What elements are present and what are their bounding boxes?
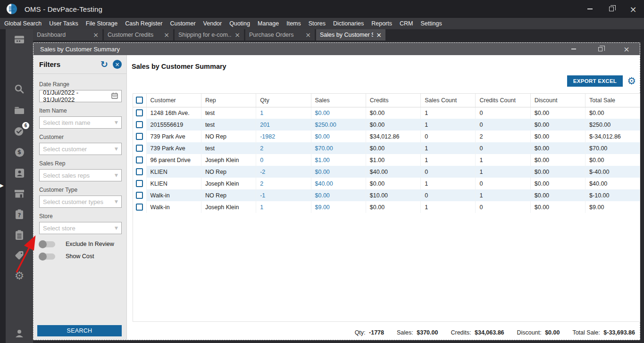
folder-icon[interactable] — [14, 105, 25, 116]
row-checkbox[interactable] — [136, 145, 143, 152]
tab-close-icon[interactable]: × — [305, 31, 311, 39]
table-row[interactable]: KLIENJoseph Klein2$40.00$0.0010$0.00$40.… — [133, 178, 640, 189]
rail-expander-icon[interactable]: ▶ — [0, 183, 4, 188]
store-icon[interactable] — [14, 188, 25, 199]
tab-dashboard[interactable]: Dashboard × — [33, 29, 102, 41]
menu-item-quoting[interactable]: Quoting — [226, 18, 254, 29]
date-range-input[interactable]: 01/Jul/2022 - 31/Jul/2022 — [39, 90, 122, 102]
menu-item-customer[interactable]: Customer — [166, 18, 199, 29]
cell-qty[interactable]: 1 — [256, 107, 311, 119]
cell-sales[interactable]: $250.00 — [311, 119, 366, 131]
tab-close-icon[interactable]: × — [164, 31, 169, 39]
dollar-icon[interactable]: $ — [14, 147, 25, 158]
table-row[interactable]: 739 Park Avetest2$70.00$0.0010$0.00$70.0… — [133, 142, 640, 154]
minimize-button[interactable] — [579, 0, 601, 18]
clipboard-list-icon[interactable] — [14, 229, 25, 241]
cell-sales[interactable]: $1.00 — [311, 154, 366, 166]
tab-sales-by-customer-s[interactable]: Sales by Customer S... × — [316, 29, 385, 41]
tab-purchase-orders[interactable]: Purchase Orders × — [245, 29, 315, 41]
calendar-icon[interactable] — [111, 92, 118, 100]
report-restore-button[interactable] — [587, 43, 613, 55]
row-checkbox[interactable] — [136, 133, 143, 140]
table-row[interactable]: Walk-inNO Rep-1$0.00$10.0001$0.00$-10.00 — [133, 189, 640, 201]
cell-qty[interactable]: 0 — [256, 154, 311, 166]
menu-item-vendor[interactable]: Vendor — [200, 18, 226, 29]
row-checkbox[interactable] — [136, 192, 143, 199]
cell-sales[interactable]: $0.00 — [311, 131, 366, 142]
menu-item-global-search[interactable]: Global Search — [0, 18, 45, 29]
contact-card-icon[interactable] — [14, 167, 25, 179]
cell-qty[interactable]: 2 — [256, 142, 311, 154]
column-header-qty[interactable]: Qty — [256, 94, 311, 107]
cell-qty[interactable]: 2 — [256, 178, 311, 189]
tasks-check-icon[interactable]: 6 — [14, 125, 25, 137]
table-row[interactable]: KLIENNO Rep-2$0.00$40.0001$0.00$-40.00 — [133, 166, 640, 178]
tab-close-icon[interactable]: × — [93, 31, 99, 39]
row-checkbox[interactable] — [136, 204, 143, 211]
cell-sales[interactable]: $0.00 — [311, 107, 366, 119]
cell-sales[interactable]: $9.00 — [311, 201, 366, 213]
menu-item-manage[interactable]: Manage — [254, 18, 283, 29]
report-minimize-button[interactable] — [560, 43, 587, 55]
cell-qty[interactable]: -2 — [256, 166, 311, 178]
menu-item-reports[interactable]: Reports — [368, 18, 396, 29]
menu-item-cash-register[interactable]: Cash Register — [121, 18, 166, 29]
refresh-icon[interactable]: ↻ — [100, 60, 108, 69]
column-header-sales-count[interactable]: Sales Count — [421, 94, 476, 107]
column-header-total-sale[interactable]: Total Sale — [585, 94, 640, 107]
table-row[interactable]: Walk-inJoseph Klein1$9.00$0.0010$0.00$9.… — [133, 201, 640, 213]
customer-type-select[interactable]: Select customer types ▼ — [39, 196, 122, 208]
cell-sales[interactable]: $40.00 — [311, 178, 366, 189]
row-checkbox[interactable] — [136, 109, 143, 116]
cell-qty[interactable]: 1 — [256, 201, 311, 213]
menu-item-items[interactable]: Items — [283, 18, 305, 29]
row-checkbox[interactable] — [136, 121, 143, 128]
table-row[interactable]: 96 parent DriveJoseph Klein0$1.00$1.0011… — [133, 154, 640, 166]
cell-sales[interactable]: $0.00 — [311, 189, 366, 201]
tab-shipping-for-e-com[interactable]: Shipping for e-com... × — [175, 29, 244, 41]
grid-settings-gear-icon[interactable]: ⚙ — [627, 76, 636, 86]
restore-button[interactable] — [601, 0, 622, 18]
table-row[interactable]: 1248 16th Ave.test1$0.00$0.0010$0.00$0.0… — [133, 107, 640, 119]
column-header-discount[interactable]: Discount — [530, 94, 585, 107]
cell-qty[interactable]: -1 — [256, 189, 311, 201]
menu-item-stores[interactable]: Stores — [305, 18, 329, 29]
exclude-in-review-toggle[interactable] — [39, 241, 55, 247]
item-name-select[interactable]: Select item name ▼ — [39, 116, 122, 129]
customer-select[interactable]: Select customer ▼ — [39, 143, 122, 155]
column-header-sales[interactable]: Sales — [311, 94, 366, 107]
menu-item-crm[interactable]: CRM — [396, 18, 417, 29]
report-close-button[interactable]: × — [613, 43, 640, 55]
column-header-credits[interactable]: Credits — [366, 94, 420, 107]
show-cost-toggle[interactable] — [39, 253, 55, 260]
sales-rep-select[interactable]: Select sales reps ▼ — [39, 169, 122, 181]
menu-item-settings[interactable]: Settings — [417, 18, 445, 29]
dashboard-icon[interactable] — [14, 34, 25, 45]
menu-item-file-storage[interactable]: File Storage — [82, 18, 121, 29]
row-checkbox[interactable] — [136, 168, 143, 175]
menu-item-dictionaries[interactable]: Dictionaries — [329, 18, 368, 29]
settings-gear-icon[interactable]: ⚙ — [14, 270, 25, 281]
column-header-rep[interactable]: Rep — [201, 94, 256, 107]
export-excel-button[interactable]: EXPORT EXCEL — [567, 75, 623, 87]
cell-qty[interactable]: 201 — [256, 119, 311, 131]
user-icon[interactable] — [14, 328, 25, 339]
cell-sales[interactable]: $70.00 — [311, 142, 366, 154]
cell-sales[interactable]: $0.00 — [311, 166, 366, 178]
search-icon[interactable] — [14, 83, 25, 95]
tag-icon[interactable] — [14, 250, 25, 261]
select-all-checkbox[interactable] — [136, 97, 143, 104]
cell-qty[interactable]: -1982 — [256, 131, 311, 142]
clipboard-question-icon[interactable]: ? — [14, 209, 25, 220]
filters-close-icon[interactable]: × — [113, 60, 122, 69]
column-header-customer[interactable]: Customer — [146, 94, 201, 107]
menu-item-user-tasks[interactable]: User Tasks — [45, 18, 82, 29]
tab-close-icon[interactable]: × — [376, 31, 382, 39]
row-checkbox[interactable] — [136, 156, 143, 163]
column-header-credits-count[interactable]: Credits Count — [476, 94, 530, 107]
table-row[interactable]: 739 Park AveNO Rep-1982$0.00$34,012.8602… — [133, 131, 640, 142]
close-button[interactable]: × — [622, 0, 644, 18]
search-button[interactable]: SEARCH — [37, 325, 122, 336]
tab-customer-credits[interactable]: Customer Credits × — [104, 29, 173, 41]
table-row[interactable]: 2015556619test201$250.00$0.0010$0.00$250… — [133, 119, 640, 131]
